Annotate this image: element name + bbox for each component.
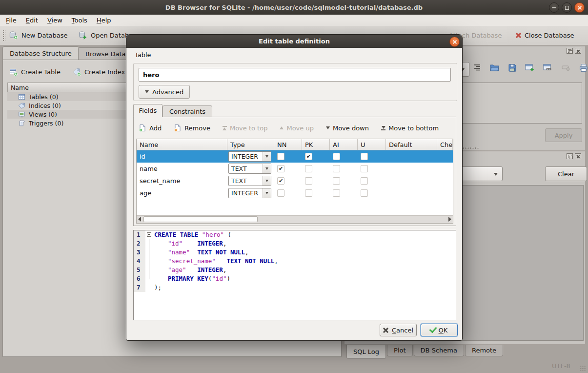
tab-constraints[interactable]: Constraints: [162, 105, 212, 117]
cancel-button[interactable]: Cancel: [380, 324, 417, 336]
column-header-u[interactable]: U: [358, 139, 386, 150]
minimize-button[interactable]: [549, 2, 559, 13]
table-name-input[interactable]: [139, 68, 451, 82]
field-name-cell[interactable]: secret_name: [137, 175, 227, 187]
u-checkbox[interactable]: [361, 189, 368, 197]
type-combobox[interactable]: INTEGER: [228, 151, 271, 162]
tree-item-tables-label: Tables (0): [29, 93, 59, 101]
field-row-id[interactable]: id INTEGER ✔: [137, 150, 453, 163]
column-header-check[interactable]: Check: [437, 139, 453, 150]
create-table-button[interactable]: Create Table: [9, 66, 61, 78]
tab-database-structure[interactable]: Database Structure: [2, 46, 79, 60]
check-cell[interactable]: [437, 175, 453, 187]
field-row-name[interactable]: name TEXT ✔: [137, 163, 453, 175]
column-header-nn[interactable]: NN: [274, 139, 302, 150]
close-database-button[interactable]: Close Database: [515, 26, 574, 45]
menu-tools[interactable]: Tools: [72, 17, 87, 24]
default-cell[interactable]: [386, 175, 437, 187]
add-field-button[interactable]: Add: [139, 124, 162, 132]
u-checkbox[interactable]: [361, 177, 368, 185]
move-down-button[interactable]: Move down: [326, 124, 369, 132]
pk-checkbox[interactable]: [305, 189, 312, 197]
sql-preview[interactable]: 1 CREATE TABLE "hero" ( 2 "id" INTEGER, …: [133, 230, 456, 320]
toolbar-grip[interactable]: [2, 30, 5, 41]
menu-file[interactable]: File: [6, 17, 17, 24]
ai-checkbox[interactable]: [333, 153, 340, 160]
menu-help[interactable]: Help: [97, 17, 111, 24]
clear-log-button[interactable]: Clear: [545, 166, 587, 181]
import-icon[interactable]: [489, 63, 500, 73]
default-cell[interactable]: [386, 163, 437, 175]
field-name-cell[interactable]: name: [137, 163, 227, 175]
field-name-cell[interactable]: age: [137, 187, 227, 199]
text-mode-icon[interactable]: [472, 63, 482, 73]
tab-remote[interactable]: Remote: [465, 345, 503, 356]
tab-browse-data[interactable]: Browse Data: [78, 47, 133, 60]
new-database-button[interactable]: New Database: [9, 26, 68, 45]
encoding-label: UTF-8: [552, 362, 570, 370]
menu-edit[interactable]: Edit: [26, 17, 38, 24]
move-up-label: Move up: [286, 124, 314, 132]
scroll-right-icon[interactable]: [448, 217, 451, 222]
default-cell[interactable]: [386, 187, 437, 199]
field-name-cell[interactable]: id: [137, 150, 227, 163]
maximize-button[interactable]: [562, 2, 572, 13]
menu-view[interactable]: View: [47, 17, 62, 24]
ai-checkbox[interactable]: [333, 177, 340, 185]
close-dock-button[interactable]: [575, 153, 581, 159]
field-row-age[interactable]: age INTEGER: [137, 187, 453, 199]
column-header-type[interactable]: Type: [227, 139, 274, 150]
dialog-close-button[interactable]: [449, 37, 460, 47]
check-cell[interactable]: [437, 187, 453, 199]
column-header-default[interactable]: Default: [386, 139, 437, 150]
nn-checkbox[interactable]: ✔: [277, 177, 284, 185]
move-to-bottom-button[interactable]: Move to bottom: [381, 124, 439, 132]
scroll-left-icon[interactable]: [138, 217, 141, 222]
open-in-window-icon[interactable]: [525, 63, 535, 73]
u-checkbox[interactable]: [361, 153, 368, 160]
create-index-button[interactable]: Create Index: [73, 66, 125, 78]
nn-checkbox[interactable]: ✔: [277, 165, 284, 172]
close-window-button[interactable]: [574, 2, 585, 13]
tab-db-schema[interactable]: DB Schema: [414, 345, 464, 356]
ai-checkbox[interactable]: [333, 165, 340, 172]
print-icon[interactable]: [579, 63, 588, 73]
window-titlebar[interactable]: DB Browser for SQLite - /home/user/code/…: [0, 0, 588, 15]
float-dock-button[interactable]: [567, 48, 573, 54]
column-header-ai[interactable]: AI: [330, 139, 358, 150]
ok-label: OK: [439, 327, 448, 334]
tree-item-indices-label: Indices (0): [29, 102, 61, 109]
tab-sql-log[interactable]: SQL Log: [346, 345, 386, 359]
pk-checkbox[interactable]: [305, 165, 312, 172]
ai-checkbox[interactable]: [333, 189, 340, 197]
float-dock-button[interactable]: [567, 153, 573, 159]
field-row-secret-name[interactable]: secret_name TEXT ✔: [137, 175, 453, 187]
horizontal-scrollbar[interactable]: [137, 215, 453, 223]
pk-checkbox[interactable]: [305, 177, 312, 185]
nn-checkbox[interactable]: [277, 189, 284, 197]
check-cell[interactable]: [437, 163, 453, 175]
field-type-cell: INTEGER: [227, 187, 274, 199]
tab-fields[interactable]: Fields: [133, 104, 162, 117]
type-combobox[interactable]: TEXT: [228, 176, 271, 186]
check-cell[interactable]: [437, 150, 453, 163]
close-dock-button[interactable]: [575, 48, 581, 54]
dialog-titlebar[interactable]: Edit table definition: [126, 35, 462, 48]
default-cell[interactable]: [386, 150, 437, 163]
ok-button[interactable]: OK: [421, 324, 458, 336]
u-checkbox[interactable]: [361, 165, 368, 172]
nn-checkbox[interactable]: [277, 153, 284, 160]
fold-collapse-icon[interactable]: [147, 232, 151, 237]
scrollbar-thumb[interactable]: [143, 216, 258, 222]
type-combobox[interactable]: INTEGER: [228, 188, 271, 198]
column-header-name[interactable]: Name: [137, 139, 227, 150]
tab-plot[interactable]: Plot: [387, 345, 413, 356]
resize-grip[interactable]: [580, 365, 586, 372]
advanced-button[interactable]: Advanced: [139, 85, 190, 99]
remove-field-button[interactable]: Remove: [174, 124, 210, 132]
type-combobox[interactable]: TEXT: [228, 164, 271, 174]
link-cell-icon[interactable]: [543, 63, 553, 73]
column-header-pk[interactable]: PK: [302, 139, 330, 150]
pk-checkbox[interactable]: ✔: [305, 153, 312, 160]
export-icon[interactable]: [507, 63, 517, 73]
